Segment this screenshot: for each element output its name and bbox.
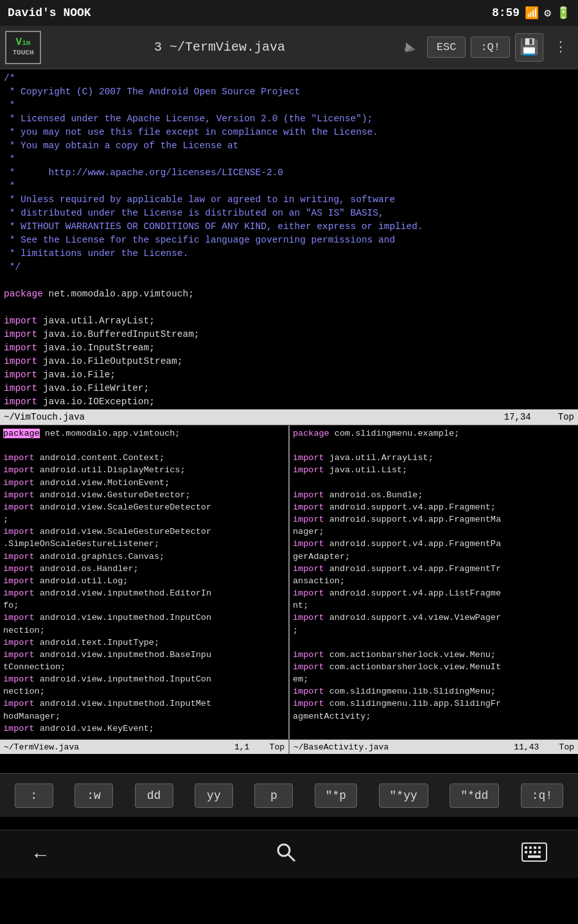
shortcut-colon[interactable]: : — [15, 783, 53, 808]
split-left-status: ~/TermView.java 1,1 Top — [0, 740, 290, 754]
search-nav-button[interactable] — [269, 835, 302, 874]
split-left-file: ~/TermView.java — [4, 742, 79, 752]
bottom-spacer — [0, 817, 578, 830]
shortcut-star-yy[interactable]: "*yy — [379, 783, 428, 808]
status-icons: 8:59 📶 ⚙ 🔋 — [492, 6, 570, 20]
file-title-text: 3 ~/TermView.java — [154, 40, 285, 55]
svg-rect-10 — [538, 851, 541, 853]
triangle-indicator — [406, 42, 412, 53]
svg-rect-11 — [528, 855, 541, 858]
device-name: David's NOOK — [8, 6, 91, 19]
split-right-file: ~/BaseActivity.java — [293, 742, 389, 752]
vim-logo[interactable]: Vim TOUCH — [5, 31, 41, 64]
svg-point-0 — [278, 844, 290, 856]
device-title: David's NOOK — [8, 6, 91, 19]
main-status-file: ~/VimTouch.java — [4, 412, 85, 422]
split-status-bar: ~/TermView.java 1,1 Top ~/BaseActivity.j… — [0, 739, 578, 754]
split-left-code: package net.momodalo.app.vimtouch; impor… — [3, 427, 285, 735]
split-right-pane[interactable]: package com.slidingmenu.example; import … — [290, 425, 578, 739]
shortcut-write[interactable]: :w — [74, 783, 113, 808]
svg-rect-4 — [529, 846, 532, 849]
toolbar: Vim TOUCH 3 ~/TermView.java ✏ ESC :Q! 💾 … — [0, 26, 578, 69]
main-editor[interactable]: /* * Copyright (C) 2007 The Android Open… — [0, 69, 578, 409]
svg-rect-6 — [538, 846, 541, 849]
back-button[interactable]: ← — [26, 839, 55, 871]
wifi-icon: 📶 — [525, 6, 539, 20]
shortcut-quit[interactable]: :q! — [521, 783, 563, 808]
main-status-line: ~/VimTouch.java 17,34 Top — [0, 409, 578, 425]
svg-rect-8 — [529, 851, 532, 853]
shortcut-dd[interactable]: dd — [135, 783, 173, 808]
vim-logo-text: Vim TOUCH — [12, 37, 33, 58]
svg-line-1 — [288, 855, 295, 861]
svg-rect-9 — [534, 851, 536, 853]
esc-button[interactable]: ESC — [427, 37, 466, 58]
menu-button[interactable]: ⋮ — [548, 36, 573, 58]
split-editor: package net.momodalo.app.vimtouch; impor… — [0, 425, 578, 739]
battery-icon: 🔋 — [556, 6, 570, 20]
shortcut-star-p[interactable]: "*p — [315, 783, 357, 808]
split-right-code: package com.slidingmenu.example; import … — [293, 427, 575, 723]
settings-icon: ⚙ — [544, 6, 551, 20]
svg-rect-3 — [525, 846, 527, 849]
keyboard-nav-button[interactable] — [516, 837, 552, 871]
main-status-pos-top: 17,34 Top — [504, 412, 574, 422]
bottom-nav: ← — [0, 830, 578, 878]
status-bar: David's NOOK 8:59 📶 ⚙ 🔋 — [0, 0, 578, 26]
split-right-status: ~/BaseActivity.java 11,43 Top — [290, 740, 578, 754]
svg-rect-5 — [534, 846, 536, 849]
spacer — [0, 754, 578, 773]
shortcut-p[interactable]: p — [254, 783, 293, 808]
shortcut-star-dd[interactable]: "*dd — [450, 783, 499, 808]
time-display: 8:59 — [492, 6, 520, 19]
split-right-pos: 11,43 Top — [514, 742, 574, 752]
quit-button[interactable]: :Q! — [471, 37, 510, 58]
split-left-pane[interactable]: package net.momodalo.app.vimtouch; impor… — [0, 425, 290, 739]
save-button[interactable]: 💾 — [515, 33, 543, 62]
shortcuts-bar: : :w dd yy p "*p "*yy "*dd :q! — [0, 773, 578, 817]
keyboard-icon — [521, 843, 547, 862]
file-title-container: 3 ~/TermView.java — [46, 40, 393, 55]
split-left-pos: 1,1 Top — [234, 742, 285, 752]
shortcut-yy[interactable]: yy — [195, 783, 233, 808]
search-icon — [274, 841, 297, 864]
svg-rect-7 — [525, 851, 527, 853]
code-content: /* * Copyright (C) 2007 The Android Open… — [4, 72, 574, 409]
